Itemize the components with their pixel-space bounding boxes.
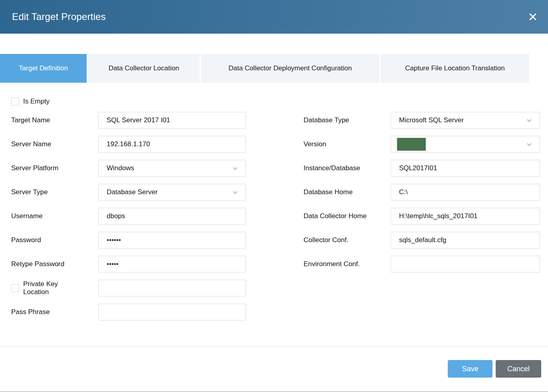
dialog-header: Edit Target Properties xyxy=(0,0,548,34)
password-row: Password xyxy=(11,232,246,249)
target-name-input[interactable] xyxy=(98,112,246,129)
password-label: Password xyxy=(11,236,98,244)
target-name-label: Target Name xyxy=(11,116,98,124)
server-name-label: Server Name xyxy=(11,140,98,148)
username-row: Username xyxy=(11,208,246,225)
target-name-row: Target Name xyxy=(11,112,246,129)
instance-database-label: Instance/Database xyxy=(304,164,391,172)
chevron-down-icon xyxy=(526,141,532,147)
server-platform-row: Server Platform Windows xyxy=(11,160,246,177)
edit-target-properties-dialog: Edit Target Properties Target Definition… xyxy=(0,0,548,392)
pass-phrase-row: Pass Phrase xyxy=(11,304,246,320)
database-type-select[interactable]: Microsoft SQL Server xyxy=(391,112,540,129)
server-type-select[interactable]: Database Server xyxy=(98,184,246,201)
version-redacted-value xyxy=(397,138,426,151)
collector-conf-label: Collector Conf. xyxy=(304,236,391,244)
chevron-down-icon xyxy=(526,117,532,123)
private-key-location-label: Private Key Location xyxy=(23,280,75,296)
username-input[interactable] xyxy=(98,208,246,225)
environment-conf-label: Environment Conf. xyxy=(304,260,391,268)
instance-database-row: Instance/Database xyxy=(304,160,540,177)
tab-capture-file-location-translation[interactable]: Capture File Location Translation xyxy=(381,54,529,83)
dialog-title: Edit Target Properties xyxy=(12,11,527,22)
close-icon[interactable] xyxy=(527,11,538,22)
collector-conf-input[interactable] xyxy=(391,232,540,249)
data-collector-home-input[interactable] xyxy=(391,208,540,225)
server-platform-value: Windows xyxy=(107,164,232,172)
pass-phrase-input[interactable] xyxy=(98,304,246,320)
save-button[interactable]: Save xyxy=(448,360,492,378)
database-type-row: Database Type Microsoft SQL Server xyxy=(304,112,540,129)
retype-password-input[interactable] xyxy=(98,256,246,273)
form-column-right: Database Type Microsoft SQL Server Versi… xyxy=(304,112,540,346)
database-home-label: Database Home xyxy=(304,188,391,196)
is-empty-checkbox[interactable] xyxy=(11,98,19,105)
data-collector-home-row: Data Collector Home xyxy=(304,208,540,225)
chevron-down-icon xyxy=(232,189,238,195)
private-key-location-checkbox[interactable] xyxy=(11,284,19,292)
server-name-input[interactable] xyxy=(98,136,246,153)
server-name-row: Server Name xyxy=(11,136,246,153)
form-column-left: Is Empty Target Name Server Name Server … xyxy=(11,97,246,346)
server-type-label: Server Type xyxy=(11,188,98,196)
tab-data-collector-location[interactable]: Data Collector Location xyxy=(88,54,200,83)
version-select[interactable] xyxy=(391,136,540,153)
tab-data-collector-deployment-configuration[interactable]: Data Collector Deployment Configuration xyxy=(201,54,379,83)
server-type-value: Database Server xyxy=(107,188,232,196)
is-empty-label: Is Empty xyxy=(23,98,54,105)
chevron-down-icon xyxy=(232,165,238,171)
tab-target-definition[interactable]: Target Definition xyxy=(0,54,87,83)
database-home-row: Database Home xyxy=(304,184,540,201)
dialog-footer: Save Cancel xyxy=(0,346,548,391)
cancel-button[interactable]: Cancel xyxy=(496,360,541,378)
version-label: Version xyxy=(304,140,391,148)
username-label: Username xyxy=(11,212,98,220)
environment-conf-row: Environment Conf. xyxy=(304,256,540,273)
database-type-label: Database Type xyxy=(304,116,391,124)
data-collector-home-label: Data Collector Home xyxy=(304,212,391,220)
is-empty-row: Is Empty xyxy=(11,97,246,106)
server-type-row: Server Type Database Server xyxy=(11,184,246,201)
form-area: Is Empty Target Name Server Name Server … xyxy=(0,83,548,346)
database-home-input[interactable] xyxy=(391,184,540,201)
tab-bar: Target Definition Data Collector Locatio… xyxy=(0,54,548,83)
private-key-location-input[interactable] xyxy=(98,280,246,296)
password-input[interactable] xyxy=(98,232,246,249)
private-key-location-row: Private Key Location xyxy=(11,280,246,296)
retype-password-label: Retype Password xyxy=(11,260,98,268)
pass-phrase-label: Pass Phrase xyxy=(11,308,98,316)
version-row: Version xyxy=(304,136,540,153)
server-platform-label: Server Platform xyxy=(11,164,98,172)
collector-conf-row: Collector Conf. xyxy=(304,232,540,249)
server-platform-select[interactable]: Windows xyxy=(98,160,246,177)
retype-password-row: Retype Password xyxy=(11,256,246,273)
instance-database-input[interactable] xyxy=(391,160,540,177)
environment-conf-input[interactable] xyxy=(391,256,540,273)
database-type-value: Microsoft SQL Server xyxy=(399,116,526,124)
